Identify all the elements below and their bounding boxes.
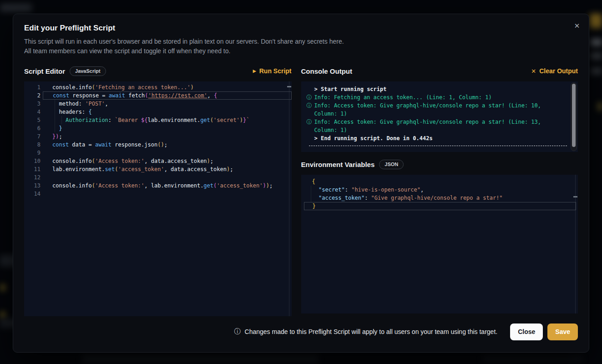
console-output-header: Console Output ✕ Clear Output bbox=[301, 64, 578, 78]
icon-spacer bbox=[307, 134, 314, 142]
console-line: ⓘInfo: Access token: Give graphql-hive/c… bbox=[307, 101, 578, 118]
info-icon: ⓘ bbox=[307, 93, 314, 101]
console-line: > End running script. Done in 0.442s bbox=[307, 134, 578, 142]
console-line-text: Info: Fetching an access token... (Line:… bbox=[314, 93, 566, 101]
environment-editor[interactable]: { "secret": "hive-is-open-source", "acce… bbox=[301, 175, 578, 313]
code-line: 5 Authorization: `Bearer ${lab.environme… bbox=[24, 116, 292, 124]
json-badge: JSON bbox=[379, 160, 404, 169]
line-number: 13 bbox=[24, 182, 43, 190]
clear-output-label: Clear Output bbox=[539, 67, 578, 75]
backdrop-blob bbox=[82, 355, 319, 363]
code-line: 14 bbox=[24, 190, 292, 198]
indent-guide bbox=[55, 124, 55, 132]
script-editor-title: Script Editor bbox=[24, 67, 65, 75]
code-line: { bbox=[304, 177, 576, 186]
code-line: 6 } bbox=[24, 124, 292, 132]
console-line-text: > Start running script bbox=[314, 85, 566, 93]
run-script-label: Run Script bbox=[259, 67, 292, 75]
indent-guide bbox=[311, 186, 311, 194]
info-icon: ⓘ bbox=[307, 118, 314, 134]
backdrop-blob bbox=[590, 14, 602, 28]
console-line: ⓘInfo: Fetching an access token... (Line… bbox=[307, 93, 578, 101]
console-output-title: Console Output bbox=[301, 67, 353, 75]
indent-guide bbox=[55, 108, 55, 116]
close-button[interactable]: Close bbox=[510, 324, 543, 340]
output-panel: Console Output ✕ Clear Output > Start ru… bbox=[301, 64, 578, 316]
console-line: ⓘInfo: Access token: Give graphql-hive/c… bbox=[307, 118, 578, 134]
code-line: 1console.info('Fetching an access token.… bbox=[24, 83, 292, 91]
line-number: 6 bbox=[24, 124, 43, 132]
script-editor-header: Script Editor JavaScript ▶ Run Script bbox=[24, 64, 292, 78]
line-number: 3 bbox=[24, 100, 43, 108]
line-number: 10 bbox=[24, 157, 43, 165]
script-editor[interactable]: 1console.info('Fetching an access token.… bbox=[24, 81, 292, 316]
line-number: 8 bbox=[24, 141, 43, 149]
console-line: > Start running script bbox=[307, 85, 578, 93]
console-separator bbox=[309, 146, 567, 146]
backdrop-blob bbox=[0, 4, 32, 12]
clear-output-button[interactable]: ✕ Clear Output bbox=[531, 67, 578, 75]
backdrop-blob bbox=[591, 67, 602, 75]
code-line: "secret": "hive-is-open-source", bbox=[304, 186, 576, 194]
line-number: 1 bbox=[24, 83, 43, 91]
footer-note-group: ⓘ Changes made to this Preflight Script … bbox=[234, 328, 498, 336]
close-icon[interactable]: ✕ bbox=[572, 20, 582, 31]
code-line: 8const data = await response.json(); bbox=[24, 141, 292, 149]
line-number: 14 bbox=[24, 190, 43, 198]
indent-guide bbox=[311, 194, 311, 202]
backdrop-blob bbox=[591, 52, 602, 60]
modal-footer: ⓘ Changes made to this Preflight Script … bbox=[24, 323, 578, 340]
line-number: 7 bbox=[24, 132, 43, 141]
code-line: 9 bbox=[24, 149, 292, 157]
modal-description-line2: All team members can view the script and… bbox=[24, 46, 578, 56]
info-icon: ⓘ bbox=[234, 328, 241, 336]
backdrop-blob bbox=[598, 102, 602, 111]
icon-spacer bbox=[307, 85, 314, 93]
info-icon: ⓘ bbox=[307, 101, 314, 118]
code-line: } bbox=[304, 202, 576, 210]
javascript-badge: JavaScript bbox=[70, 66, 106, 76]
footer-note: Changes made to this Preflight Script wi… bbox=[245, 328, 498, 335]
code-line: 7}); bbox=[24, 132, 292, 141]
code-line: 13console.info('Access token:', lab.envi… bbox=[24, 182, 292, 190]
modal-description-line1: This script will run in each user's brow… bbox=[24, 37, 578, 46]
console-line-text: Info: Access token: Give graphql-hive/co… bbox=[314, 118, 566, 134]
play-icon: ▶ bbox=[253, 69, 256, 73]
console-output: > Start running scriptⓘInfo: Fetching an… bbox=[301, 81, 578, 152]
line-number: 11 bbox=[24, 165, 43, 173]
console-line-text: > End running script. Done in 0.442s bbox=[314, 134, 566, 142]
code-line: 11lab.environment.set('access_token', da… bbox=[24, 165, 292, 173]
preflight-script-modal: ✕ Edit your Preflight Script This script… bbox=[13, 14, 589, 353]
backdrop-blob bbox=[591, 39, 602, 46]
code-line: 4 headers: { bbox=[24, 108, 292, 116]
modal-content: Script Editor JavaScript ▶ Run Script 1c… bbox=[24, 64, 578, 316]
script-editor-panel: Script Editor JavaScript ▶ Run Script 1c… bbox=[24, 64, 292, 316]
backdrop-blob bbox=[482, 356, 582, 362]
environment-variables-title: Environment Variables bbox=[301, 161, 375, 168]
code-line: 3 method: 'POST', bbox=[24, 100, 292, 108]
line-number: 4 bbox=[24, 108, 43, 116]
backdrop-blob bbox=[1, 284, 5, 291]
line-number: 9 bbox=[24, 149, 43, 157]
code-line: "access_token": "Give graphql-hive/conso… bbox=[304, 194, 576, 202]
console-scrollbar-thumb[interactable] bbox=[572, 84, 576, 147]
modal-title: Edit your Preflight Script bbox=[24, 23, 578, 33]
code-line: 10console.info('Access token:', data.acc… bbox=[24, 157, 292, 165]
line-number: 5 bbox=[24, 116, 43, 124]
console-line-text: Info: Access token: Give graphql-hive/co… bbox=[314, 101, 566, 118]
code-line: 2const response = await fetch('https://t… bbox=[24, 91, 292, 100]
indent-guide bbox=[55, 116, 55, 124]
clear-icon: ✕ bbox=[531, 68, 536, 74]
line-number: 2 bbox=[24, 91, 43, 100]
console-scrollbar[interactable] bbox=[571, 82, 577, 151]
environment-variables-header: Environment Variables JSON bbox=[301, 157, 578, 171]
code-line: 12 bbox=[24, 173, 292, 182]
indent-guide bbox=[61, 116, 62, 124]
indent-guide bbox=[55, 100, 55, 108]
line-number: 12 bbox=[24, 173, 43, 182]
save-button[interactable]: Save bbox=[547, 324, 578, 340]
run-script-button[interactable]: ▶ Run Script bbox=[253, 67, 292, 75]
backdrop-blob bbox=[1, 312, 5, 318]
